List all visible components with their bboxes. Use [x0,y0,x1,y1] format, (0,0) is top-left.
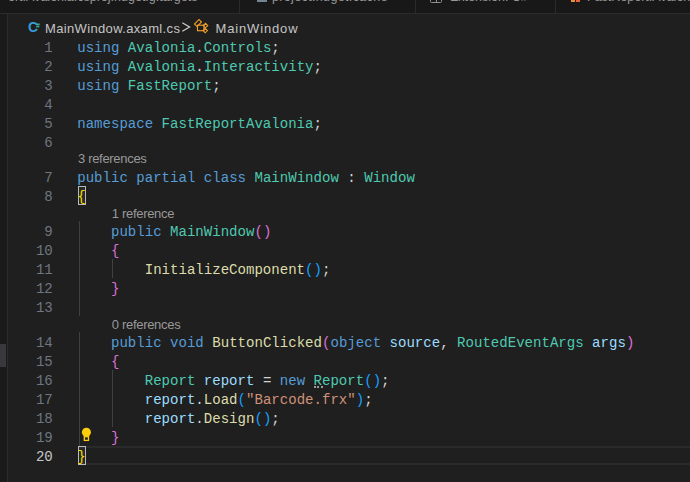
svg-text:#: # [36,22,40,29]
